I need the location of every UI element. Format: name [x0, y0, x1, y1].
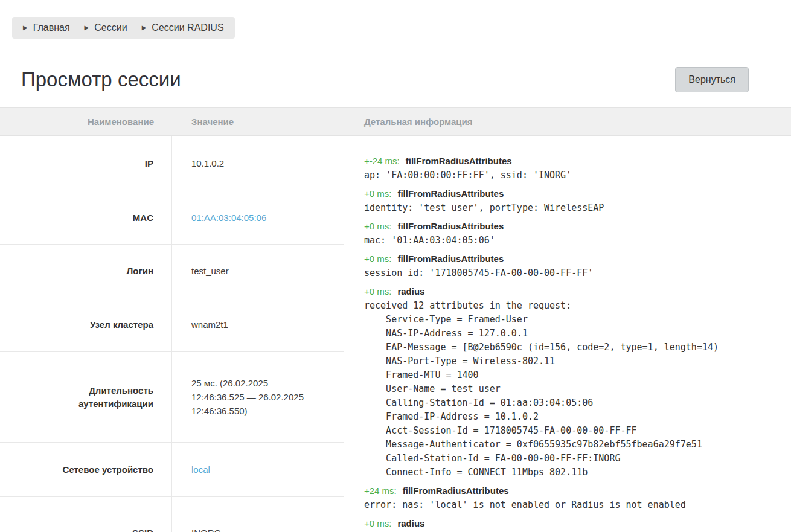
log-line: mac: '01:AA:03:04:05:06' [364, 234, 779, 248]
log-entry: +0 ms:fillFromRadiusAttributes session i… [364, 252, 779, 280]
log-entry-header: +0 ms:fillFromRadiusAttributes [364, 252, 779, 266]
session-attributes: IP 10.1.0.2 MAC 01:AA:03:04:05:06 Логин … [0, 136, 344, 532]
log-time: +0 ms: [364, 188, 391, 199]
row-label: MAC [0, 191, 172, 244]
log-line: error: nas: 'local' is not enabled or Ra… [364, 498, 779, 512]
detail-log: +-24 ms:fillFromRadiusAttributes ap: 'FA… [344, 136, 791, 532]
row-value: test_user [191, 264, 229, 278]
log-entry-header: +0 ms:radius [364, 284, 779, 299]
row-value-cell: local [172, 443, 344, 496]
log-entry-header: +24 ms:fillFromRadiusAttributes [364, 484, 779, 498]
top-bar: ▶ Главная ▶ Сессии ▶ Сессии RADIUS [0, 0, 791, 39]
row-label: SSID [0, 497, 172, 532]
back-button[interactable]: Вернуться [675, 67, 749, 92]
log-line: Called-Station-Id = FA-00-00-00-FF-FF:IN… [364, 452, 779, 466]
log-line: session id: '1718005745-FA-00-00-00-FF-F… [364, 266, 779, 280]
log-lines: error: nas: 'local' is not enabled or Ra… [364, 498, 779, 512]
page-title: Просмотр сессии [21, 65, 181, 94]
log-time: +-24 ms: [364, 156, 400, 166]
log-func: radius [397, 286, 424, 296]
log-func: radius [397, 518, 424, 528]
page-header: Просмотр сессии Вернуться [0, 65, 791, 94]
row-value-cell: wnam2t1 [172, 298, 344, 351]
log-line: Framed-MTU = 1400 [364, 368, 779, 382]
log-entry: +0 ms:fillFromRadiusAttributes identity:… [364, 187, 779, 215]
row-value-link[interactable]: local [191, 463, 210, 476]
session-table-body: IP 10.1.0.2 MAC 01:AA:03:04:05:06 Логин … [0, 136, 791, 532]
breadcrumb-item-radius-sessions: ▶ Сессии RADIUS [142, 22, 224, 33]
row-label: Логин [0, 245, 172, 298]
log-func: fillFromRadiusAttributes [397, 188, 504, 199]
table-row: Узел кластера wnam2t1 [0, 298, 344, 352]
log-entry: +24 ms:fillFromRadiusAttributes error: n… [364, 484, 779, 512]
log-time: +0 ms: [364, 254, 391, 264]
row-value-cell: 25 мс. (26.02.2025 12:46:36.525 — 26.02.… [172, 352, 344, 442]
log-time: +0 ms: [364, 518, 391, 528]
log-time: +24 ms: [364, 486, 397, 496]
log-lines: identity: 'test_user', portType: Wireles… [364, 201, 779, 215]
log-lines: received 12 attributes in the request: S… [364, 299, 779, 479]
log-line: Acct-Session-Id = 1718005745-FA-00-00-00… [364, 424, 779, 438]
log-func: fillFromRadiusAttributes [397, 254, 504, 264]
table-header-row: Наименование Значение Детальная информац… [0, 107, 791, 136]
column-header-detail: Детальная информация [344, 117, 791, 127]
row-value-cell: test_user [172, 245, 344, 298]
log-entry: +0 ms:radius send RADIUS REJECT, reason:… [364, 516, 779, 532]
log-lines: session id: '1718005745-FA-00-00-00-FF-F… [364, 266, 779, 280]
breadcrumb-item-sessions[interactable]: ▶ Сессии [85, 22, 127, 33]
log-func: fillFromRadiusAttributes [397, 221, 504, 231]
row-value-cell: 01:AA:03:04:05:06 [172, 191, 344, 244]
log-entry: +0 ms:radius received 12 attributes in t… [364, 284, 779, 479]
row-label: Длительность аутентификации [0, 352, 172, 442]
row-value-cell: INORG [172, 497, 344, 532]
row-label: Сетевое устройство [0, 443, 172, 496]
log-line: Framed-IP-Address = 10.1.0.2 [364, 410, 779, 424]
row-value-cell: 10.1.0.2 [172, 136, 344, 191]
log-lines: mac: '01:AA:03:04:05:06' [364, 234, 779, 248]
log-entry-header: +-24 ms:fillFromRadiusAttributes [364, 154, 779, 168]
log-line: Connect-Info = CONNECT 11Mbps 802.11b [364, 466, 779, 479]
breadcrumb-label: Главная [33, 22, 70, 33]
log-line: Calling-Station-Id = 01:aa:03:04:05:06 [364, 396, 779, 410]
log-line: identity: 'test_user', portType: Wireles… [364, 201, 779, 215]
log-line: Message-Authenticator = 0xf0655935c97b82… [364, 438, 779, 452]
log-entry: +-24 ms:fillFromRadiusAttributes ap: 'FA… [364, 154, 779, 182]
triangle-right-icon: ▶ [23, 25, 28, 31]
row-value-link[interactable]: 01:AA:03:04:05:06 [191, 211, 266, 225]
row-value: 25 мс. (26.02.2025 12:46:36.525 — 26.02.… [191, 376, 321, 418]
column-header-name: Наименование [0, 117, 172, 127]
log-lines: ap: 'FA:00:00:00:FF:FF', ssid: 'INORG' [364, 168, 779, 182]
breadcrumb-label: Сессии [94, 22, 127, 33]
table-row: SSID INORG [0, 497, 344, 532]
table-row: Длительность аутентификации 25 мс. (26.0… [0, 352, 344, 443]
breadcrumb-item-home[interactable]: ▶ Главная [23, 22, 70, 33]
log-func: fillFromRadiusAttributes [406, 156, 512, 166]
column-header-value: Значение [172, 117, 344, 127]
log-entry-header: +0 ms:fillFromRadiusAttributes [364, 219, 779, 234]
log-line: EAP-Message = [B@2eb6590c (id=156, code=… [364, 341, 779, 354]
log-line: received 12 attributes in the request: [364, 299, 779, 313]
table-row: Логин test_user [0, 245, 344, 298]
row-value: INORG [191, 526, 221, 532]
log-time: +0 ms: [364, 286, 391, 296]
log-line: ap: 'FA:00:00:00:FF:FF', ssid: 'INORG' [364, 168, 779, 182]
log-line: User-Name = test_user [364, 382, 779, 396]
log-entry-header: +0 ms:radius [364, 516, 779, 531]
log-func: fillFromRadiusAttributes [403, 486, 509, 496]
row-value: 10.1.0.2 [191, 156, 224, 170]
triangle-right-icon: ▶ [142, 25, 147, 31]
table-row: IP 10.1.0.2 [0, 136, 344, 191]
row-label: Узел кластера [0, 298, 172, 351]
row-label: IP [0, 136, 172, 191]
log-line: NAS-Port-Type = Wireless-802.11 [364, 354, 779, 368]
breadcrumb-label: Сессии RADIUS [152, 22, 223, 33]
log-entry-header: +0 ms:fillFromRadiusAttributes [364, 187, 779, 201]
row-value: wnam2t1 [191, 318, 228, 332]
log-entry: +0 ms:fillFromRadiusAttributes mac: '01:… [364, 219, 779, 248]
log-time: +0 ms: [364, 221, 391, 231]
table-row: MAC 01:AA:03:04:05:06 [0, 191, 344, 245]
log-line: NAS-IP-Address = 127.0.0.1 [364, 327, 779, 341]
table-row: Сетевое устройство local [0, 443, 344, 497]
log-line: Service-Type = Framed-User [364, 313, 779, 327]
triangle-right-icon: ▶ [85, 25, 89, 31]
